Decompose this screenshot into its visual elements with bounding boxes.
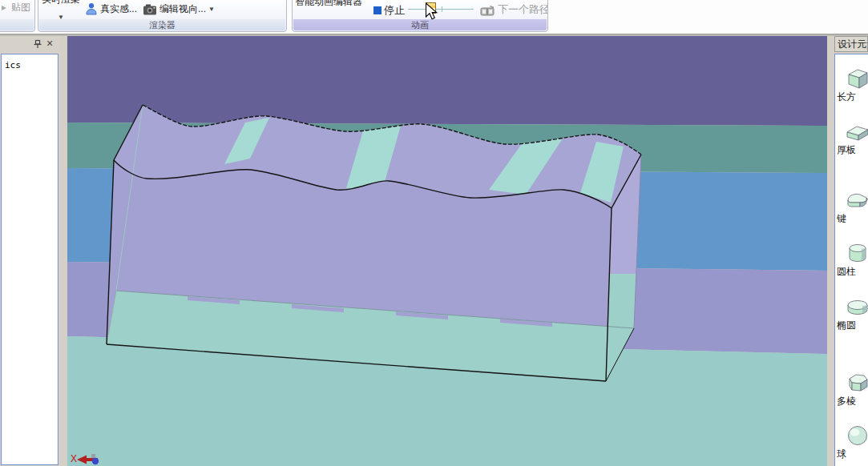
next-path-label: 下一个路径 — [498, 2, 548, 17]
animation-group-label: 动画 — [411, 20, 429, 30]
mouse-cursor-icon — [425, 2, 438, 21]
stop-label: 停止 — [384, 3, 405, 18]
map-button-label: 贴图 — [11, 1, 30, 14]
block-icon — [846, 66, 868, 90]
catalog-item-label: 球 — [837, 448, 868, 461]
ribbon-group-maps: 贴图 — [0, 0, 35, 32]
slider-tick — [442, 6, 442, 12]
slider-track[interactable] — [408, 9, 474, 10]
ribbon-group-animation: 智能动画编辑器 停止 下一个路径 动画 — [292, 0, 548, 32]
stop-button[interactable]: 停止 — [373, 3, 405, 18]
close-icon[interactable]: × — [46, 37, 53, 50]
person-icon — [85, 2, 98, 16]
stop-icon — [373, 6, 382, 14]
key-icon — [846, 188, 868, 212]
pin-icon[interactable] — [33, 39, 42, 50]
left-panel-header: × — [0, 36, 60, 53]
catalog-item-key[interactable]: 键 — [835, 188, 868, 226]
maps-group-strip — [0, 19, 34, 30]
catalog-item-ellipsoid[interactable]: 椭圆 — [835, 295, 868, 332]
catalog-item-label: 多棱 — [837, 395, 868, 408]
animation-group-strip: 动画 — [293, 19, 547, 30]
left-panel: × ics — [0, 36, 60, 466]
viewport-3d[interactable]: X — [67, 36, 827, 466]
catalog-item-cylinder[interactable]: 圆柱 — [835, 241, 868, 279]
polygon-icon — [846, 371, 868, 395]
catalog-item-label: 椭圆 — [837, 319, 868, 332]
scene-tree-partial-text: ics — [5, 60, 21, 70]
slab-icon — [846, 119, 868, 143]
animation-editor-title: 智能动画编辑器 — [295, 0, 362, 9]
model-wavy-box — [107, 105, 641, 381]
edit-view-label: 编辑视向... — [159, 2, 206, 16]
edit-view-button[interactable]: 编辑视向... ▼ — [143, 2, 215, 16]
camera-icon — [143, 4, 157, 15]
z-axis-icon — [92, 458, 99, 464]
catalog-item-polygon[interactable]: 多棱 — [835, 371, 868, 408]
catalog-panel: 长方 厚板 键 圆柱 椭圆 — [834, 54, 868, 466]
renderer-group-label: 渲染器 — [149, 20, 176, 30]
scene-tree-panel[interactable]: ics — [1, 54, 59, 465]
band-dark-purple — [67, 36, 827, 126]
catalog-panel-title: 设计元素 — [834, 36, 868, 52]
ribbon-group-renderer: 实时渲染 ▼ 真实感... 编辑视向... ▼ 渲染器 — [38, 0, 287, 32]
viewport-canvas[interactable]: X — [67, 36, 827, 466]
realtime-render-button[interactable]: 实时渲染 ▼ — [39, 0, 83, 15]
catalog-item-slab[interactable]: 厚板 — [835, 119, 868, 157]
ellipsoid-icon — [846, 295, 868, 319]
cylinder-icon — [846, 241, 868, 265]
sphere-icon — [846, 424, 868, 448]
map-icon — [1, 4, 9, 12]
map-button[interactable]: 贴图 — [1, 1, 30, 14]
realtime-render-label: 实时渲染 — [42, 0, 80, 5]
realism-button[interactable]: 真实感... — [85, 2, 137, 16]
catalog-item-sphere[interactable]: 球 — [835, 424, 868, 461]
x-axis-label: X — [71, 453, 77, 464]
film-next-icon — [480, 4, 495, 16]
next-path-button[interactable]: 下一个路径 — [480, 2, 548, 17]
catalog-item-block[interactable]: 长方 — [835, 66, 868, 104]
catalog-item-label: 厚板 — [837, 143, 868, 157]
catalog-item-label: 圆柱 — [837, 265, 868, 279]
chevron-down-icon: ▼ — [208, 6, 215, 13]
realism-label: 真实感... — [100, 2, 137, 16]
catalog-item-label: 长方 — [837, 90, 868, 104]
catalog-item-label: 键 — [837, 212, 868, 226]
renderer-group-strip: 渲染器 — [39, 19, 285, 30]
axis-origin-icon — [91, 454, 95, 458]
